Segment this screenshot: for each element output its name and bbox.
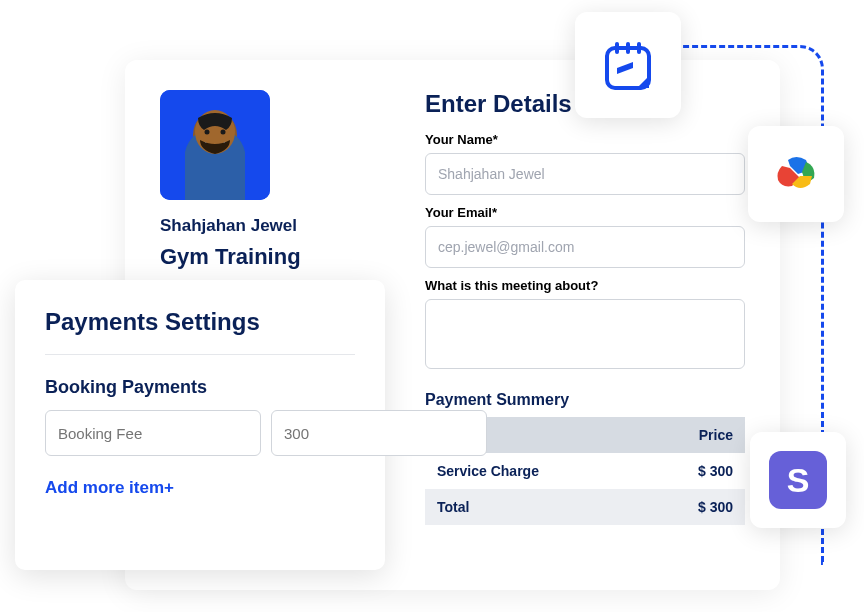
svg-point-3: [205, 130, 210, 135]
summary-total-row: Total $ 300: [425, 489, 745, 525]
settings-subtitle: Booking Payments: [45, 377, 355, 398]
summary-title: Payment Summery: [425, 391, 745, 409]
booking-amount-input[interactable]: [271, 410, 487, 456]
add-more-item-link[interactable]: Add more item+: [45, 478, 355, 498]
note-icon-card: [575, 12, 681, 118]
avatar: [160, 90, 270, 200]
service-label: Service Charge: [437, 463, 539, 479]
stripe-letter: S: [787, 461, 810, 500]
booking-fee-row: [45, 410, 355, 456]
note-icon: [599, 36, 657, 94]
payments-settings-card: Payments Settings Booking Payments Add m…: [15, 280, 385, 570]
service-amount: $ 300: [698, 463, 733, 479]
email-input[interactable]: [425, 226, 745, 268]
google-pay-icon: [768, 146, 824, 202]
settings-title: Payments Settings: [45, 308, 355, 355]
about-textarea[interactable]: [425, 299, 745, 369]
stripe-icon-card: S: [750, 432, 846, 528]
price-header: Price: [699, 427, 733, 443]
google-pay-icon-card: [748, 126, 844, 222]
stripe-icon: S: [769, 451, 827, 509]
booking-fee-input[interactable]: [45, 410, 261, 456]
about-label: What is this meeting about?: [425, 278, 745, 293]
name-input[interactable]: [425, 153, 745, 195]
email-label: Your Email*: [425, 205, 745, 220]
total-amount: $ 300: [698, 499, 733, 515]
svg-point-4: [221, 130, 226, 135]
name-label: Your Name*: [425, 132, 745, 147]
details-form: Enter Details Your Name* Your Email* Wha…: [425, 90, 745, 525]
total-label: Total: [437, 499, 469, 515]
summary-service-row: Service Charge $ 300: [425, 453, 745, 489]
